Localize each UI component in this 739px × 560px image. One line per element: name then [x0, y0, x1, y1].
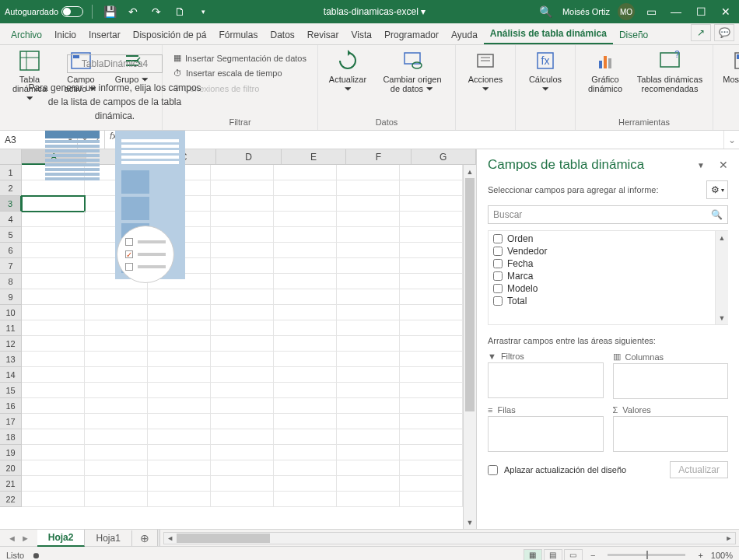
- cell[interactable]: [211, 460, 274, 476]
- defer-layout-checkbox[interactable]: [488, 465, 498, 475]
- tab-ayuda[interactable]: Ayuda: [445, 26, 484, 44]
- maximize-icon[interactable]: ☐: [692, 3, 709, 20]
- cell[interactable]: [85, 398, 148, 414]
- cell[interactable]: [400, 320, 463, 336]
- save-icon[interactable]: 💾: [101, 3, 118, 20]
- select-all-corner[interactable]: [0, 149, 22, 165]
- row-header[interactable]: 13: [0, 352, 22, 367]
- cell[interactable]: [274, 336, 337, 352]
- cell[interactable]: [211, 227, 274, 243]
- pivot-chart-button[interactable]: Gráfico dinámico: [583, 48, 627, 93]
- cell[interactable]: [22, 289, 85, 305]
- cell[interactable]: [211, 367, 274, 383]
- row-header[interactable]: 9: [0, 289, 22, 305]
- cell[interactable]: [22, 398, 85, 414]
- cell[interactable]: [148, 429, 211, 445]
- cell[interactable]: [400, 180, 463, 196]
- cell[interactable]: [400, 289, 463, 305]
- actions-button[interactable]: Acciones ⏷: [464, 48, 507, 93]
- cell[interactable]: [22, 429, 85, 445]
- cell[interactable]: [400, 445, 463, 460]
- cell[interactable]: [400, 258, 463, 274]
- sheet-nav-prev-icon[interactable]: ◄: [8, 534, 16, 543]
- area-filters-drop[interactable]: [488, 362, 604, 398]
- cell[interactable]: [85, 320, 148, 336]
- cell[interactable]: [274, 243, 337, 258]
- cell[interactable]: [274, 476, 337, 492]
- cell[interactable]: [400, 398, 463, 414]
- autosave-toggle[interactable]: Autoguardado: [5, 6, 83, 17]
- tab-archivo[interactable]: Archivo: [5, 26, 48, 44]
- row-header[interactable]: 7: [0, 258, 22, 274]
- cell[interactable]: [400, 414, 463, 429]
- cell[interactable]: [274, 445, 337, 460]
- row-header[interactable]: 4: [0, 212, 22, 227]
- col-header-E[interactable]: E: [282, 149, 346, 165]
- cell[interactable]: [274, 367, 337, 383]
- cell[interactable]: [337, 398, 400, 414]
- field-checkbox[interactable]: [493, 296, 503, 306]
- cell[interactable]: [85, 289, 148, 305]
- cell[interactable]: [337, 460, 400, 476]
- col-header-F[interactable]: F: [346, 149, 411, 165]
- zoom-in-icon[interactable]: +: [698, 551, 702, 560]
- page-layout-view-icon[interactable]: ▤: [544, 549, 562, 561]
- normal-view-icon[interactable]: ▦: [524, 549, 542, 561]
- cell[interactable]: [274, 196, 337, 212]
- cell[interactable]: [211, 196, 274, 212]
- cell[interactable]: [337, 305, 400, 320]
- field-list[interactable]: OrdenVendedorFechaMarcaModeloTotal ▲ ▼: [488, 230, 728, 325]
- cell[interactable]: [337, 476, 400, 492]
- cell[interactable]: [148, 352, 211, 367]
- row-header[interactable]: 10: [0, 305, 22, 320]
- field-checkbox[interactable]: [493, 259, 503, 268]
- zoom-slider[interactable]: [608, 554, 685, 556]
- row-header[interactable]: 5: [0, 227, 22, 243]
- row-header[interactable]: 6: [0, 243, 22, 258]
- area-columns-drop[interactable]: [613, 363, 729, 399]
- cell[interactable]: [337, 274, 400, 289]
- add-sheet-button[interactable]: ⊕: [132, 532, 157, 544]
- cell[interactable]: [211, 165, 274, 180]
- macro-record-icon[interactable]: ⏺: [32, 551, 40, 560]
- cell[interactable]: [337, 258, 400, 274]
- cell[interactable]: [211, 476, 274, 492]
- page-break-view-icon[interactable]: ▭: [564, 549, 583, 561]
- cell[interactable]: [337, 336, 400, 352]
- cell[interactable]: [274, 289, 337, 305]
- cell[interactable]: [400, 429, 463, 445]
- field-checkbox[interactable]: [493, 271, 503, 281]
- scroll-up-icon[interactable]: ▲: [464, 165, 476, 178]
- cell[interactable]: [85, 476, 148, 492]
- cell[interactable]: [148, 367, 211, 383]
- tab-analisis-tabla-dinamica[interactable]: Análisis de tabla dinámica: [484, 24, 613, 44]
- cell[interactable]: [274, 383, 337, 398]
- row-header[interactable]: 1: [0, 165, 22, 180]
- cell[interactable]: [22, 305, 85, 320]
- row-header[interactable]: 22: [0, 492, 22, 507]
- row-header[interactable]: 12: [0, 336, 22, 352]
- cell[interactable]: [211, 398, 274, 414]
- row-header[interactable]: 2: [0, 180, 22, 196]
- area-rows-drop[interactable]: [488, 416, 604, 452]
- cell[interactable]: [337, 165, 400, 180]
- tab-formulas[interactable]: Fórmulas: [212, 26, 264, 44]
- cell[interactable]: [400, 492, 463, 507]
- col-header-D[interactable]: D: [216, 149, 281, 165]
- cell[interactable]: [148, 398, 211, 414]
- cell[interactable]: [400, 165, 463, 180]
- cell[interactable]: [337, 227, 400, 243]
- user-avatar[interactable]: MO: [618, 3, 635, 20]
- cell[interactable]: [400, 305, 463, 320]
- cell[interactable]: [337, 492, 400, 507]
- sheet-nav-next-icon[interactable]: ►: [21, 534, 30, 543]
- row-header[interactable]: 17: [0, 414, 22, 429]
- cell[interactable]: [85, 460, 148, 476]
- cell[interactable]: [85, 305, 148, 320]
- row-header[interactable]: 16: [0, 398, 22, 414]
- tab-revisar[interactable]: Revisar: [301, 26, 345, 44]
- cell[interactable]: [400, 212, 463, 227]
- cell[interactable]: [22, 383, 85, 398]
- cell[interactable]: [400, 460, 463, 476]
- cell[interactable]: [85, 352, 148, 367]
